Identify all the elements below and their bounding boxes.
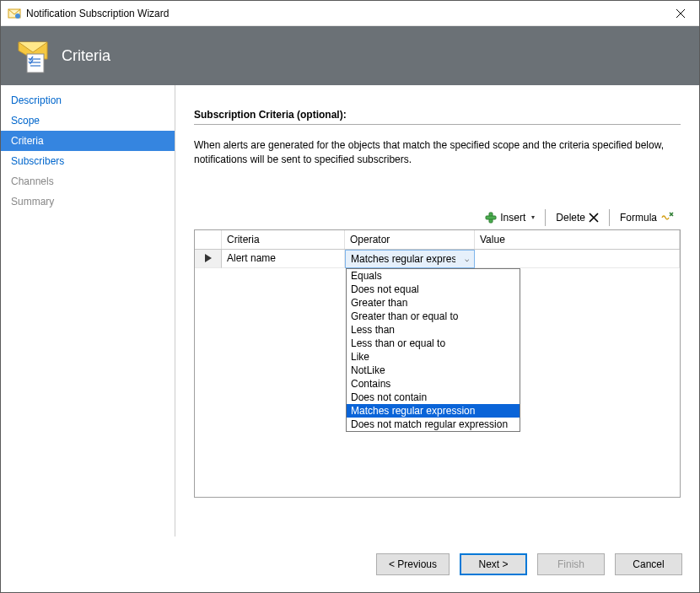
dropdown-item[interactable]: Less than bbox=[347, 323, 520, 337]
dropdown-item[interactable]: NotLike bbox=[347, 364, 520, 377]
plus-icon bbox=[485, 212, 497, 224]
grid-toolbar: Insert ▾ Delete Formula bbox=[194, 206, 681, 229]
operator-dropdown: EqualsDoes not equalGreater thanGreater … bbox=[346, 268, 520, 432]
sidebar-item-scope[interactable]: Scope bbox=[1, 111, 175, 131]
toolbar-separator bbox=[545, 209, 546, 226]
body: DescriptionScopeCriteriaSubscribersChann… bbox=[1, 85, 699, 536]
sidebar: DescriptionScopeCriteriaSubscribersChann… bbox=[1, 85, 175, 536]
sidebar-item-criteria[interactable]: Criteria bbox=[1, 131, 175, 151]
dropdown-item[interactable]: Contains bbox=[347, 377, 520, 391]
close-button[interactable] bbox=[661, 1, 699, 25]
svg-rect-7 bbox=[486, 216, 496, 219]
header-operator[interactable]: Operator bbox=[345, 230, 475, 249]
finish-button[interactable]: Finish bbox=[537, 553, 605, 575]
dropdown-item[interactable]: Less than or equal to bbox=[347, 337, 520, 350]
row-indicator[interactable] bbox=[195, 250, 222, 268]
header-criteria[interactable]: Criteria bbox=[222, 230, 345, 249]
wizard-window: Notification Subscription Wizard Criteri… bbox=[0, 0, 700, 593]
formula-label: Formula bbox=[620, 212, 657, 224]
dropdown-item[interactable]: Greater than bbox=[347, 296, 520, 310]
header-indicator bbox=[195, 230, 222, 249]
chevron-down-icon: ▾ bbox=[531, 213, 535, 221]
value-cell[interactable] bbox=[475, 250, 680, 268]
formula-icon bbox=[660, 211, 674, 224]
toolbar-separator bbox=[609, 209, 610, 226]
table-row: Alert name Matches regular expression ⌵ … bbox=[195, 250, 680, 268]
header-band: Criteria bbox=[1, 26, 699, 85]
criteria-grid: Criteria Operator Value Alert name Match… bbox=[194, 229, 681, 498]
section-heading: Subscription Criteria (optional): bbox=[194, 109, 681, 125]
delete-label: Delete bbox=[556, 212, 585, 224]
chevron-down-icon: ⌵ bbox=[465, 255, 469, 263]
dropdown-item[interactable]: Like bbox=[347, 350, 520, 364]
sidebar-item-summary: Summary bbox=[1, 191, 175, 212]
insert-label: Insert bbox=[500, 212, 525, 224]
formula-button[interactable]: Formula bbox=[617, 209, 677, 226]
previous-button[interactable]: < Previous bbox=[376, 553, 450, 575]
sidebar-item-channels: Channels bbox=[1, 171, 175, 191]
cancel-button[interactable]: Cancel bbox=[615, 553, 682, 575]
sidebar-item-description[interactable]: Description bbox=[1, 90, 175, 111]
criteria-header-icon bbox=[16, 39, 50, 73]
window-title: Notification Subscription Wizard bbox=[26, 8, 661, 19]
grid-header: Criteria Operator Value bbox=[195, 230, 680, 250]
svg-point-1 bbox=[15, 13, 20, 19]
app-icon bbox=[8, 7, 21, 20]
next-button[interactable]: Next > bbox=[460, 553, 527, 575]
dropdown-item[interactable]: Matches regular expression bbox=[347, 404, 520, 418]
main-panel: Subscription Criteria (optional): When a… bbox=[175, 85, 699, 536]
sidebar-item-subscribers[interactable]: Subscribers bbox=[1, 151, 175, 171]
dropdown-item[interactable]: Does not equal bbox=[347, 283, 520, 296]
operator-combobox[interactable]: Matches regular expression ⌵ bbox=[346, 251, 474, 267]
section-description: When alerts are generated for the object… bbox=[194, 138, 681, 167]
criteria-cell[interactable]: Alert name bbox=[222, 250, 345, 268]
dropdown-item[interactable]: Does not contain bbox=[347, 391, 520, 404]
dropdown-item[interactable]: Greater than or equal to bbox=[347, 310, 520, 323]
footer: < Previous Next > Finish Cancel bbox=[1, 536, 699, 592]
operator-cell[interactable]: Matches regular expression ⌵ EqualsDoes … bbox=[345, 250, 475, 268]
delete-x-icon bbox=[589, 213, 599, 223]
close-icon bbox=[676, 9, 685, 18]
page-title: Criteria bbox=[62, 47, 110, 65]
titlebar: Notification Subscription Wizard bbox=[1, 1, 699, 26]
dropdown-item[interactable]: Does not match regular expression bbox=[347, 418, 520, 431]
insert-button[interactable]: Insert ▾ bbox=[482, 210, 538, 225]
delete-button[interactable]: Delete bbox=[552, 210, 602, 225]
header-value[interactable]: Value bbox=[475, 230, 680, 249]
operator-selected-text: Matches regular expression bbox=[351, 253, 455, 265]
current-row-icon bbox=[205, 254, 212, 262]
dropdown-item[interactable]: Equals bbox=[347, 269, 520, 283]
